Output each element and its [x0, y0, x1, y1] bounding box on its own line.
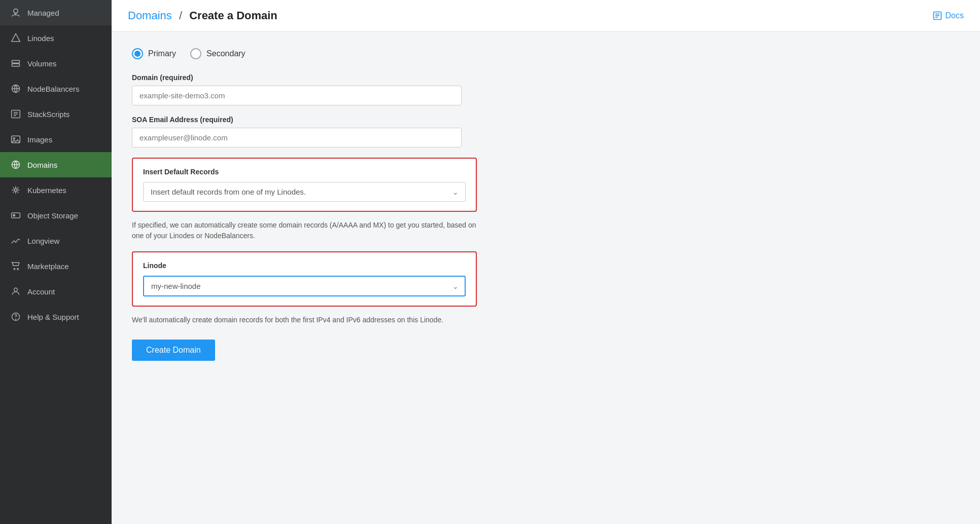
sidebar-item-marketplace[interactable]: Marketplace — [0, 253, 112, 279]
sidebar-label-account: Account — [27, 287, 55, 296]
sidebar-label-images: Images — [27, 135, 52, 144]
linode-select-wrapper: my-new-linode ⌄ — [143, 276, 466, 296]
radio-secondary-label: Secondary — [206, 49, 246, 58]
svg-rect-3 — [12, 64, 20, 66]
svg-line-27 — [12, 262, 13, 263]
linode-section: Linode my-new-linode ⌄ — [132, 251, 477, 307]
svg-point-26 — [17, 269, 19, 270]
docs-icon — [932, 11, 942, 21]
kubernetes-icon — [10, 184, 21, 196]
longview-icon — [10, 235, 21, 246]
sidebar-item-nodebalancers[interactable]: NodeBalancers — [0, 76, 112, 101]
insert-records-helper-text: If specified, we can automatically creat… — [132, 220, 477, 241]
account-icon — [10, 286, 21, 297]
sidebar-label-object-storage: Object Storage — [27, 211, 78, 220]
sidebar-label-linodes: Linodes — [27, 34, 54, 43]
sidebar: Managed Linodes Volumes NodeBalancers St… — [0, 0, 112, 524]
svg-marker-1 — [12, 34, 20, 42]
soa-email-field: SOA Email Address (required) — [132, 116, 548, 147]
linode-label: Linode — [143, 261, 466, 270]
sidebar-item-help-support[interactable]: Help & Support — [0, 304, 112, 329]
sidebar-label-managed: Managed — [27, 9, 59, 17]
svg-point-11 — [13, 138, 15, 139]
nodebalancers-icon — [10, 83, 21, 94]
svg-line-22 — [17, 188, 19, 189]
svg-point-24 — [13, 214, 15, 216]
sidebar-label-volumes: Volumes — [27, 59, 57, 68]
breadcrumb: Domains / Create a Domain — [128, 9, 277, 22]
radio-secondary[interactable]: Secondary — [190, 48, 246, 59]
sidebar-item-kubernetes[interactable]: Kubernetes — [0, 177, 112, 203]
linode-helper-text: We'll automatically create domain record… — [132, 315, 477, 325]
svg-line-19 — [13, 188, 15, 189]
object-storage-icon — [10, 210, 21, 221]
sidebar-label-stackscripts: StackScripts — [27, 110, 69, 119]
sidebar-item-object-storage[interactable]: Object Storage — [0, 203, 112, 228]
svg-line-20 — [17, 192, 19, 193]
insert-records-section: Insert Default Records Insert default re… — [132, 158, 477, 212]
sidebar-item-linodes[interactable]: Linodes — [0, 25, 112, 51]
create-domain-button[interactable]: Create Domain — [132, 340, 215, 361]
create-domain-form: Primary Secondary Domain (required) SOA … — [112, 32, 568, 377]
help-icon — [10, 311, 21, 322]
linode-select[interactable]: my-new-linode — [143, 276, 466, 296]
sidebar-label-marketplace: Marketplace — [27, 262, 69, 271]
breadcrumb-current: Create a Domain — [189, 9, 277, 22]
sidebar-item-stackscripts[interactable]: StackScripts — [0, 101, 112, 127]
stackscripts-icon — [10, 108, 21, 120]
insert-records-select[interactable]: Insert default records from one of my Li… — [143, 182, 466, 202]
svg-point-30 — [16, 319, 16, 320]
svg-point-14 — [15, 189, 17, 192]
domains-icon — [10, 159, 21, 170]
docs-link[interactable]: Docs — [932, 11, 964, 21]
page-header: Domains / Create a Domain Docs — [112, 0, 980, 32]
svg-point-25 — [14, 269, 15, 270]
breadcrumb-separator: / — [179, 9, 182, 22]
sidebar-label-help: Help & Support — [27, 313, 79, 321]
svg-rect-23 — [12, 213, 20, 218]
breadcrumb-domains-link[interactable]: Domains — [128, 9, 172, 22]
svg-rect-2 — [12, 60, 20, 63]
sidebar-label-nodebalancers: NodeBalancers — [27, 85, 80, 93]
sidebar-label-longview: Longview — [27, 237, 59, 245]
sidebar-item-account[interactable]: Account — [0, 279, 112, 304]
svg-point-0 — [14, 9, 18, 13]
sidebar-label-kubernetes: Kubernetes — [27, 186, 66, 195]
linodes-icon — [10, 32, 21, 44]
radio-primary[interactable]: Primary — [132, 48, 176, 59]
domain-label: Domain (required) — [132, 73, 548, 82]
insert-records-select-wrapper: Insert default records from one of my Li… — [143, 182, 466, 202]
soa-input[interactable] — [132, 128, 462, 147]
svg-line-21 — [13, 192, 15, 193]
domain-type-radio-group: Primary Secondary — [132, 48, 548, 59]
docs-label: Docs — [946, 11, 964, 20]
managed-icon — [10, 7, 21, 18]
main-content: Domains / Create a Domain Docs Primary S… — [112, 0, 980, 524]
domain-input[interactable] — [132, 86, 462, 105]
radio-secondary-circle — [190, 48, 201, 59]
marketplace-icon — [10, 260, 21, 272]
svg-point-28 — [14, 288, 18, 291]
sidebar-item-longview[interactable]: Longview — [0, 228, 112, 253]
volumes-icon — [10, 58, 21, 69]
sidebar-label-domains: Domains — [27, 161, 57, 169]
domain-field: Domain (required) — [132, 73, 548, 105]
radio-primary-label: Primary — [148, 49, 176, 58]
images-icon — [10, 134, 21, 145]
sidebar-item-images[interactable]: Images — [0, 127, 112, 152]
sidebar-item-managed[interactable]: Managed — [0, 0, 112, 25]
radio-primary-circle — [132, 48, 143, 59]
insert-records-label: Insert Default Records — [143, 168, 466, 176]
sidebar-item-volumes[interactable]: Volumes — [0, 51, 112, 76]
soa-label: SOA Email Address (required) — [132, 116, 548, 124]
sidebar-item-domains[interactable]: Domains — [0, 152, 112, 177]
